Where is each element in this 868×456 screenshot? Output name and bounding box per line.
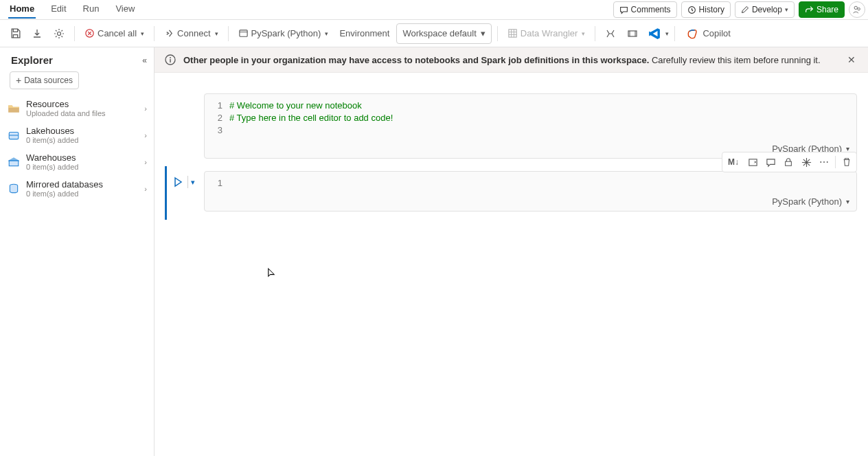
chevron-right-icon: › <box>144 158 147 166</box>
sidebar-item-resources[interactable]: Resources Uploaded data and files › <box>0 95 154 122</box>
sidebar-item-warehouses[interactable]: Warehouses 0 item(s) added › <box>0 148 154 175</box>
cancel-all-button[interactable]: Cancel all ▾ <box>80 23 148 44</box>
sidebar-item-text: Warehouses 0 item(s) added <box>26 152 139 171</box>
cell-language-selector[interactable]: PySpark (Python)▾ <box>205 195 856 211</box>
main-body: Explorer « + Data sources Resources Uplo… <box>0 47 868 456</box>
explorer-sidebar: Explorer « + Data sources Resources Uplo… <box>0 47 155 456</box>
close-banner-button[interactable]: ✕ <box>845 54 858 65</box>
download-button[interactable] <box>27 24 47 43</box>
sidebar-item-mirrored[interactable]: Mirrored databases 0 item(s) added › <box>0 175 154 202</box>
sidebar-item-subtitle: 0 item(s) added <box>26 163 139 171</box>
copilot-icon <box>686 27 698 40</box>
info-icon <box>164 54 176 66</box>
save-button[interactable] <box>5 24 25 43</box>
copilot-button[interactable]: Copilot <box>681 23 735 44</box>
comment-icon <box>619 5 628 14</box>
sidebar-item-title: Mirrored databases <box>26 179 139 190</box>
code-content[interactable] <box>229 177 852 190</box>
separator <box>154 26 155 41</box>
comments-button[interactable]: Comments <box>613 1 677 18</box>
chevron-down-icon: ▾ <box>325 30 328 37</box>
language-selector[interactable]: PySpark (Python) ▾ <box>234 23 333 44</box>
chevron-down-icon: ▾ <box>141 30 144 37</box>
chevron-down-icon: ▾ <box>665 30 669 37</box>
chevron-down-icon: ▾ <box>215 30 218 37</box>
chevron-down-icon: ▾ <box>785 6 788 13</box>
environment-label-text: Environment <box>335 23 393 44</box>
info-banner: Other people in your organization may ha… <box>155 47 868 73</box>
share-button[interactable]: Share <box>799 1 845 18</box>
data-wrangler-label: Data Wrangler <box>521 28 578 38</box>
develop-label: Develop <box>752 5 782 14</box>
cell-wrapper: 123# Welcome to your new notebook# Type … <box>204 93 857 159</box>
sidebar-item-text: Resources Uploaded data and files <box>26 99 139 117</box>
lock-button[interactable] <box>780 154 797 170</box>
clear-output-button[interactable] <box>744 154 761 170</box>
share-label: Share <box>816 5 838 14</box>
freeze-cell-button[interactable] <box>798 154 814 170</box>
sidebar-item-title: Resources <box>26 99 139 109</box>
tab-home[interactable]: Home <box>8 1 36 19</box>
folder-icon <box>7 102 21 115</box>
sidebar-item-text: Lakehouses 0 item(s) added <box>26 126 139 144</box>
code-content[interactable]: # Welcome to your new notebook# Type her… <box>229 100 852 137</box>
svg-rect-13 <box>170 59 170 62</box>
comments-label: Comments <box>631 5 671 14</box>
svg-rect-9 <box>9 160 19 166</box>
sidebar-item-text: Mirrored databases 0 item(s) added <box>26 179 139 198</box>
line-gutter: 1 <box>209 177 229 190</box>
cell-toolbar: M↓⋯ <box>722 152 857 172</box>
delete-cell-button[interactable] <box>838 154 855 170</box>
tab-view[interactable]: View <box>114 1 136 19</box>
settings-button[interactable] <box>49 24 69 43</box>
format-button[interactable] <box>601 24 620 43</box>
history-button[interactable]: History <box>681 1 731 18</box>
lakehouse-icon <box>7 128 21 142</box>
run-options-button[interactable]: ▾ <box>191 178 195 187</box>
develop-button[interactable]: Develop ▾ <box>735 1 795 18</box>
connect-button[interactable]: Connect ▾ <box>160 23 222 44</box>
separator <box>595 26 595 41</box>
comment-button[interactable] <box>762 154 779 170</box>
sidebar-header: Explorer « <box>0 47 154 70</box>
top-menu-bar: Home Edit Run View Comments History Deve… <box>0 0 868 20</box>
sidebar-item-title: Warehouses <box>26 152 139 163</box>
data-wrangler-button[interactable]: Data Wrangler ▾ <box>503 23 590 44</box>
presence-avatar[interactable] <box>849 1 865 18</box>
sidebar-item-subtitle: 0 item(s) added <box>26 190 139 198</box>
environment-value: Workspace default <box>402 28 476 38</box>
freeze-button[interactable] <box>623 24 642 43</box>
svg-point-2 <box>858 8 860 10</box>
separator <box>674 26 675 41</box>
chevron-down-icon: ▾ <box>481 28 486 38</box>
sidebar-item-lakehouses[interactable]: Lakehouses 0 item(s) added › <box>0 122 154 148</box>
more-options-button[interactable]: ⋯ <box>816 154 832 170</box>
separator <box>74 26 75 41</box>
mirrored-db-icon <box>7 182 21 196</box>
history-label: History <box>699 5 724 14</box>
code-cell[interactable]: 123# Welcome to your new notebook# Type … <box>204 93 857 159</box>
topbar-right: Comments History Develop ▾ Share <box>613 1 865 18</box>
language-label: PySpark (Python) <box>251 28 321 38</box>
code-area[interactable]: 1 <box>205 172 856 195</box>
sidebar-item-subtitle: 0 item(s) added <box>26 136 139 144</box>
run-cell-button[interactable] <box>171 175 185 189</box>
sidebar-item-subtitle: Uploaded data and files <box>26 109 139 117</box>
convert-markdown-button[interactable]: M↓ <box>724 154 743 170</box>
data-sources-button[interactable]: + Data sources <box>10 71 79 89</box>
separator <box>187 176 188 188</box>
svg-rect-6 <box>509 30 516 37</box>
chevron-right-icon: › <box>144 185 147 193</box>
code-cell[interactable]: 1 PySpark (Python)▾ <box>204 171 857 212</box>
vscode-button[interactable] <box>645 24 664 43</box>
tab-run[interactable]: Run <box>82 1 101 19</box>
sidebar-item-title: Lakehouses <box>26 126 139 136</box>
tab-edit[interactable]: Edit <box>49 1 67 19</box>
separator <box>497 26 498 41</box>
code-area[interactable]: 123# Welcome to your new notebook# Type … <box>205 94 856 142</box>
history-icon <box>687 5 696 14</box>
svg-point-1 <box>854 6 857 9</box>
connect-label: Connect <box>177 28 210 38</box>
environment-selector[interactable]: Workspace default ▾ <box>396 23 491 44</box>
collapse-sidebar-icon[interactable]: « <box>142 56 147 65</box>
